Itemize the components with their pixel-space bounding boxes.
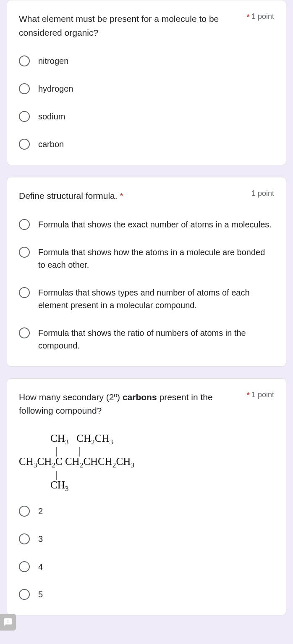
radio-icon [19, 111, 30, 122]
radio-option[interactable]: hydrogen [19, 82, 274, 95]
radio-icon [19, 533, 30, 544]
radio-icon [19, 247, 30, 258]
question-title-bold: carbons [123, 392, 157, 402]
report-icon [3, 618, 13, 627]
radio-option[interactable]: Formulas that shows types and number of … [19, 286, 274, 311]
question-card: What element must be present for a molec… [7, 0, 286, 165]
radio-icon [19, 327, 30, 338]
radio-option[interactable]: 3 [19, 533, 274, 545]
question-text: What element must be present for a molec… [19, 12, 241, 40]
question-points: 1 point [251, 189, 274, 198]
option-label: sodium [38, 110, 65, 123]
question-card: Define structural formula. * 1 point For… [7, 177, 286, 367]
question-header: How many secondary (2º) carbons present … [19, 391, 274, 418]
options-group: 2 3 4 5 [19, 505, 274, 601]
option-label: 4 [38, 560, 43, 573]
option-label: nitrogen [38, 55, 68, 67]
question-title: What element must be present for a molec… [19, 14, 219, 37]
radio-option[interactable]: Formula that shows the exact number of a… [19, 218, 274, 231]
option-label: Formula that shows the ratio of numbers … [38, 327, 274, 352]
option-label: 3 [38, 533, 43, 545]
radio-option[interactable]: nitrogen [19, 55, 274, 67]
required-asterisk: * [246, 12, 250, 21]
question-text: Define structural formula. * [19, 189, 246, 203]
question-card: How many secondary (2º) carbons present … [7, 378, 286, 616]
question-text: How many secondary (2º) carbons present … [19, 391, 241, 418]
points-label: 1 point [251, 391, 274, 399]
radio-option[interactable]: 5 [19, 588, 274, 601]
radio-icon [19, 139, 30, 150]
report-problem-button[interactable] [0, 614, 16, 627]
question-header: What element must be present for a molec… [19, 12, 274, 40]
question-title-pre: How many secondary (2º) [19, 392, 123, 402]
radio-icon [19, 83, 30, 94]
points-label: 1 point [251, 189, 274, 198]
question-header: Define structural formula. * 1 point [19, 189, 274, 203]
radio-option[interactable]: carbon [19, 138, 274, 150]
options-group: Formula that shows the exact number of a… [19, 218, 274, 352]
radio-icon [19, 506, 30, 517]
chemical-structure-image: CH3 CH2CH3 | | CH3CH2C CH2CHCH2CH3 | CH3 [19, 433, 274, 493]
radio-icon [19, 589, 30, 600]
option-label: 2 [38, 505, 43, 517]
option-label: 5 [38, 588, 43, 601]
points-label: 1 point [251, 12, 274, 21]
radio-option[interactable]: 4 [19, 560, 274, 573]
radio-option[interactable]: sodium [19, 110, 274, 123]
question-title: Define structural formula. [19, 191, 118, 201]
required-asterisk: * [120, 191, 123, 201]
radio-icon [19, 55, 30, 66]
radio-option[interactable]: 2 [19, 505, 274, 517]
radio-icon [19, 561, 30, 572]
radio-option[interactable]: Formula that shows how the atoms in a mo… [19, 246, 274, 271]
options-group: nitrogen hydrogen sodium carbon [19, 55, 274, 150]
radio-icon [19, 219, 30, 230]
option-label: Formula that shows how the atoms in a mo… [38, 246, 274, 271]
option-label: Formula that shows the exact number of a… [38, 218, 272, 231]
option-label: hydrogen [38, 82, 73, 95]
radio-option[interactable]: Formula that shows the ratio of numbers … [19, 327, 274, 352]
question-points: *1 point [246, 391, 274, 400]
option-label: Formulas that shows types and number of … [38, 286, 274, 311]
radio-icon [19, 287, 30, 298]
option-label: carbon [38, 138, 64, 150]
required-asterisk: * [246, 391, 250, 400]
question-points: *1 point [246, 12, 274, 22]
